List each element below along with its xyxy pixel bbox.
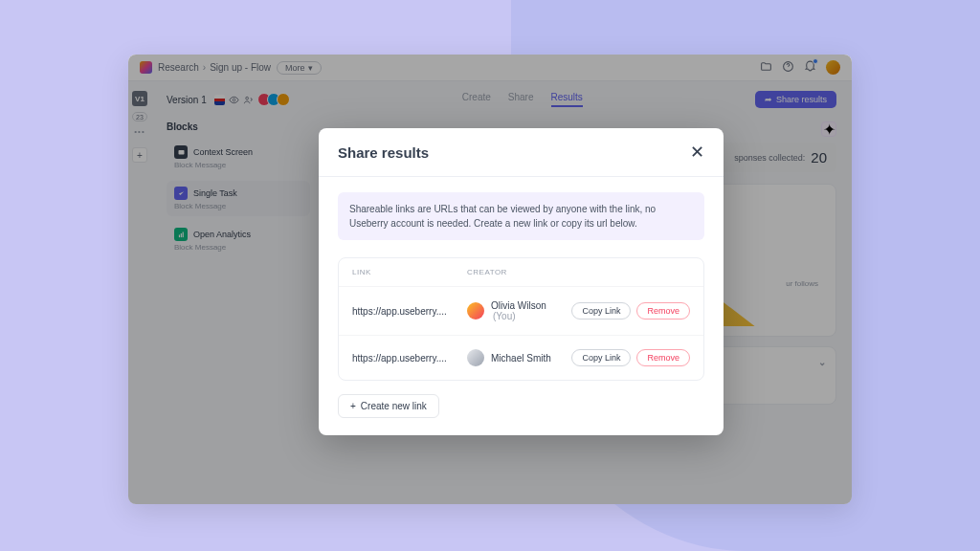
svg-rect-5: [180, 233, 181, 237]
creator-name: Olivia Wilson: [491, 300, 546, 311]
user-avatar[interactable]: [826, 60, 840, 75]
create-new-link-button[interactable]: + Create new link: [338, 394, 439, 418]
app-logo: [140, 61, 152, 74]
close-button[interactable]: ✕: [690, 143, 704, 161]
folder-icon[interactable]: [760, 60, 772, 75]
blocks-title: Blocks: [167, 121, 310, 132]
ai-sparkle-icon[interactable]: ✦: [821, 121, 836, 137]
modal-title: Share results: [338, 144, 429, 161]
analytics-icon: [174, 228, 188, 241]
locale-icons: [214, 95, 254, 105]
copy-link-button[interactable]: Copy Link: [571, 349, 631, 366]
share-link[interactable]: https://app.useberry....: [352, 306, 467, 317]
breadcrumb: Research Sign up - Flow: [158, 62, 271, 73]
column-header-link: LINK: [352, 268, 467, 276]
add-button[interactable]: +: [132, 147, 147, 163]
chevron-down-icon: ▾: [308, 63, 313, 73]
task-icon: [174, 187, 188, 200]
avatar: [467, 302, 484, 320]
column-header-creator: CREATOR: [467, 268, 690, 276]
remove-button[interactable]: Remove: [636, 349, 690, 366]
share-results-modal: Share results ✕ Shareable links are URLs…: [319, 128, 724, 435]
you-label: (You): [493, 311, 516, 321]
svg-point-2: [245, 97, 248, 99]
avatar: [467, 349, 484, 366]
info-banner: Shareable links are URLs that can be vie…: [338, 192, 704, 240]
share-link[interactable]: https://app.useberry....: [352, 353, 467, 364]
help-icon[interactable]: [782, 60, 794, 75]
share-results-button[interactable]: ➦ Share results: [755, 91, 836, 108]
tab-create[interactable]: Create: [462, 92, 491, 107]
table-row: https://app.useberry.... Olivia Wilson (…: [339, 286, 703, 335]
avatar: [277, 93, 290, 106]
flag-icon: [214, 95, 225, 105]
remove-button[interactable]: Remove: [636, 302, 690, 320]
context-icon: [174, 145, 188, 159]
plus-icon: +: [350, 401, 356, 411]
block-item[interactable]: Context Screen Block Message: [167, 140, 310, 175]
block-item[interactable]: Single Task Block Message: [167, 181, 310, 216]
more-dots-icon[interactable]: •••: [134, 127, 145, 136]
response-count-chip: 23: [132, 112, 147, 121]
breadcrumb-root[interactable]: Research: [158, 62, 199, 73]
copy-link-button[interactable]: Copy Link: [571, 302, 631, 320]
chevron-down-icon: ⌄: [818, 357, 826, 367]
svg-rect-3: [178, 149, 184, 154]
collaborator-avatars[interactable]: [261, 93, 290, 106]
notification-icon[interactable]: [804, 60, 816, 75]
svg-point-1: [233, 99, 235, 101]
close-icon: ✕: [690, 143, 704, 162]
svg-rect-4: [178, 234, 179, 237]
users-icon: [243, 95, 254, 105]
view-icon: [229, 95, 239, 105]
more-button[interactable]: More ▾: [277, 61, 322, 75]
creator-name: Michael Smith: [491, 353, 551, 364]
share-links-table: LINK CREATOR https://app.useberry.... Ol…: [338, 257, 704, 381]
breadcrumb-current[interactable]: Sign up - Flow: [210, 62, 271, 73]
block-item[interactable]: Open Analytics Block Message: [167, 222, 310, 257]
topbar: Research Sign up - Flow More ▾: [128, 55, 852, 81]
share-icon: ➦: [765, 95, 772, 104]
siderail: V1 23 ••• +: [128, 81, 151, 422]
version-label: Version 1: [167, 95, 207, 105]
version-chip[interactable]: V1: [132, 91, 147, 106]
tab-results[interactable]: Results: [551, 92, 583, 107]
svg-rect-6: [182, 231, 183, 237]
tab-share[interactable]: Share: [508, 92, 534, 107]
table-row: https://app.useberry.... Michael Smith C…: [339, 335, 703, 380]
